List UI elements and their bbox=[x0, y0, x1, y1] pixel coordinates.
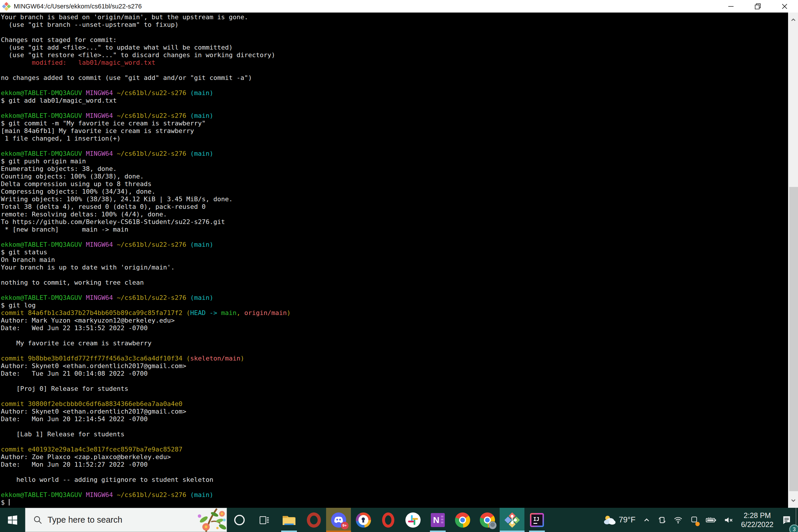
taskbar: Type here to search 9+NIJ bbox=[0, 508, 798, 532]
notification-dot bbox=[695, 522, 700, 526]
start-button[interactable] bbox=[0, 508, 25, 532]
terminal-line bbox=[1, 469, 788, 476]
hidden-icons-button[interactable] bbox=[639, 508, 654, 532]
terminal-output: Your branch is based on 'origin/main', b… bbox=[1, 14, 788, 506]
terminal-line: 1 file changed, 1 insertion(+) bbox=[1, 135, 788, 142]
taskbar-app-cortana[interactable] bbox=[227, 508, 252, 532]
tray-wifi-button[interactable] bbox=[670, 508, 686, 532]
minimize-icon bbox=[727, 3, 735, 10]
scrollbar-thumb[interactable] bbox=[789, 187, 798, 491]
terminal-line bbox=[1, 423, 788, 431]
terminal-line bbox=[1, 82, 788, 89]
terminal-line bbox=[1, 28, 788, 36]
titlebar[interactable]: MINGW64:/c/Users/ekkom/cs61bl/su22-s276 bbox=[0, 0, 798, 13]
avast-secure-browser-icon bbox=[356, 512, 371, 528]
open-window-indicator bbox=[529, 531, 545, 532]
terminal[interactable]: Your branch is based on 'origin/main', b… bbox=[0, 13, 788, 508]
terminal-line bbox=[1, 377, 788, 385]
open-window-indicator bbox=[500, 531, 525, 532]
tray-weather[interactable]: 79°F bbox=[600, 508, 639, 532]
scrollbar-up-button[interactable] bbox=[788, 13, 798, 27]
screen: MINGW64:/c/Users/ekkom/cs61bl/su22-s276 … bbox=[0, 0, 798, 532]
terminal-line: commit e401932e29a1a4c3e817fcec8597ba7e9… bbox=[1, 446, 788, 453]
taskbar-app-chrome-profile[interactable] bbox=[475, 508, 500, 532]
taskbar-app-task-view[interactable] bbox=[252, 508, 277, 532]
terminal-line bbox=[1, 233, 788, 241]
windows-logo-icon bbox=[7, 515, 18, 525]
scrollbar-track[interactable] bbox=[788, 13, 798, 508]
open-window-indicator bbox=[430, 531, 446, 532]
profile-avatar bbox=[489, 521, 497, 529]
onenote-icon: N bbox=[431, 513, 445, 527]
terminal-line bbox=[1, 332, 788, 340]
terminal-line: Your branch is up to date with 'origin/m… bbox=[1, 264, 788, 271]
git-bash-icon bbox=[505, 512, 520, 528]
restore-button[interactable] bbox=[744, 0, 771, 13]
terminal-cursor bbox=[9, 499, 10, 506]
terminal-line: * [new branch] main -> main bbox=[1, 226, 788, 233]
terminal-line: $ bbox=[1, 499, 788, 506]
terminal-line: hello world -- adding gitignore to stude… bbox=[1, 476, 788, 483]
taskbar-app-row: 9+NIJ bbox=[227, 508, 549, 532]
chevron-up-icon bbox=[790, 17, 797, 23]
search-decoration-flowers bbox=[171, 508, 227, 532]
terminal-line bbox=[1, 142, 788, 150]
clock[interactable]: 2:28 PM 6/22/2022 bbox=[737, 511, 778, 529]
chrome-icon bbox=[455, 512, 470, 528]
terminal-line: Date: Wed Jun 22 13:51:52 2022 -0700 bbox=[1, 324, 788, 332]
terminal-line: My favorite ice cream is strawberry bbox=[1, 340, 788, 347]
terminal-line: Counting objects: 100% (38/38), done. bbox=[1, 173, 788, 180]
terminal-line bbox=[1, 483, 788, 491]
terminal-line: Author: Skynet0 <ethan.ordentlich2017@gm… bbox=[1, 408, 788, 415]
action-center-icon bbox=[781, 514, 792, 526]
terminal-line: nothing to commit, working tree clean bbox=[1, 279, 788, 286]
taskbar-app-intellij[interactable]: IJ bbox=[525, 508, 549, 532]
taskbar-app-onenote[interactable]: N bbox=[425, 508, 450, 532]
action-center-button[interactable]: 3 bbox=[778, 508, 796, 532]
terminal-line: Author: Zoe Plaxco <zap.plaxco@berkeley.… bbox=[1, 453, 788, 461]
terminal-line bbox=[1, 104, 788, 112]
terminal-line: Total 38 (delta 4), reused 0 (delta 0), … bbox=[1, 203, 788, 211]
file-explorer-icon bbox=[282, 512, 297, 528]
terminal-line: Date: Tue Jun 21 00:14:08 2022 -0700 bbox=[1, 370, 788, 377]
terminal-line: (use "git restore <file>..." to discard … bbox=[1, 51, 788, 59]
open-window-indicator bbox=[326, 531, 351, 532]
search-input[interactable]: Type here to search bbox=[25, 508, 227, 532]
minimize-button[interactable] bbox=[718, 0, 744, 13]
terminal-line: no changes added to commit (use "git add… bbox=[1, 74, 788, 82]
taskbar-app-discord[interactable]: 9+ bbox=[326, 508, 351, 532]
terminal-line: ekkom@TABLET-DMQ3AGUV MINGW64 ~/cs61bl/s… bbox=[1, 491, 788, 499]
taskbar-app-avast-secure-browser[interactable] bbox=[351, 508, 376, 532]
restore-icon bbox=[754, 3, 762, 10]
tray-device-button[interactable] bbox=[654, 508, 670, 532]
opera-gx-icon bbox=[307, 512, 321, 528]
weather-icon bbox=[603, 515, 616, 525]
terminal-line: Compressing objects: 100% (34/34), done. bbox=[1, 188, 788, 195]
close-button[interactable] bbox=[771, 0, 798, 13]
taskbar-app-git-bash[interactable] bbox=[500, 508, 525, 532]
search-icon bbox=[33, 515, 43, 525]
system-tray: 79°F bbox=[600, 508, 798, 532]
terminal-line: Your branch is based on 'origin/main', b… bbox=[1, 14, 788, 21]
taskbar-app-opera[interactable] bbox=[376, 508, 400, 532]
terminal-line bbox=[1, 393, 788, 400]
taskbar-app-file-explorer[interactable] bbox=[277, 508, 301, 532]
terminal-line: On branch main bbox=[1, 256, 788, 264]
terminal-line: Enumerating objects: 38, done. bbox=[1, 165, 788, 173]
terminal-line bbox=[1, 347, 788, 355]
discord-badge: 9+ bbox=[341, 522, 348, 529]
search-placeholder: Type here to search bbox=[48, 515, 122, 525]
taskbar-app-chrome[interactable] bbox=[450, 508, 475, 532]
terminal-line: Delta compression using up to 8 threads bbox=[1, 180, 788, 188]
terminal-line: (use "git branch --unset-upstream" to fi… bbox=[1, 21, 788, 28]
tray-volume-button[interactable] bbox=[720, 508, 737, 532]
scrollbar-down-button[interactable] bbox=[788, 493, 798, 508]
taskbar-app-opera-gx[interactable] bbox=[301, 508, 326, 532]
terminal-line bbox=[1, 271, 788, 279]
taskbar-app-slack[interactable] bbox=[400, 508, 425, 532]
tray-rotation-lock-button[interactable] bbox=[686, 508, 702, 532]
terminal-line: commit 30800f2ebcbbb0c6df6a8834366eb6ea7… bbox=[1, 400, 788, 408]
tray-battery-button[interactable] bbox=[702, 508, 720, 532]
terminal-line: Author: Skynet0 <ethan.ordentlich2017@gm… bbox=[1, 362, 788, 370]
terminal-line: $ git status bbox=[1, 248, 788, 256]
